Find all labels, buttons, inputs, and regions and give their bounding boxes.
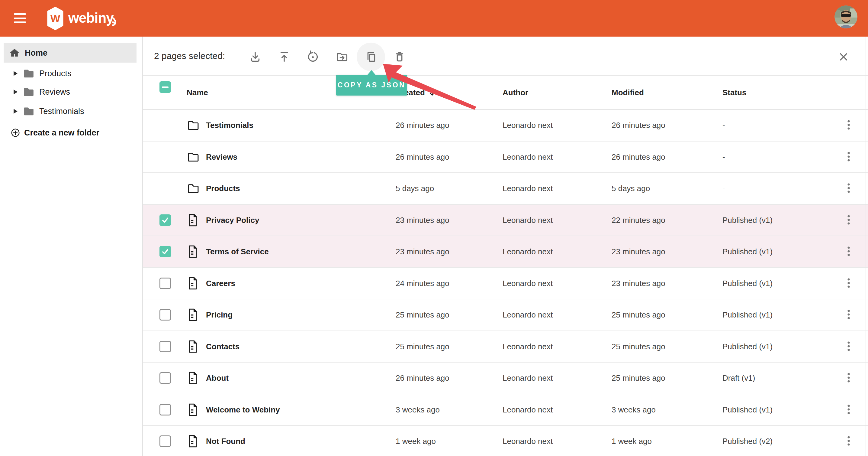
kebab-icon [847,436,850,447]
sidebar-item-home[interactable]: Home [4,43,136,63]
row-menu-button[interactable] [843,118,855,133]
chevron-right-icon[interactable] [13,109,18,114]
row-menu-button[interactable] [843,402,855,417]
home-icon [8,47,21,59]
row-modified: 23 minutes ago [612,247,665,256]
row-menu-button[interactable] [843,434,855,449]
webiny-logo-icon[interactable]: W [46,7,64,31]
row-name[interactable]: Privacy Policy [206,215,259,225]
row-name[interactable]: Terms of Service [206,247,269,256]
column-header-status[interactable]: Status [722,88,746,97]
row-menu-button[interactable] [843,244,855,259]
table-row-products[interactable]: Products 5 days ago Leonardo next 5 days… [143,173,868,205]
table-row-privacy-policy[interactable]: Privacy Policy 23 minutes ago Leonardo n… [143,205,868,236]
sort-desc-icon[interactable] [429,89,436,96]
row-menu-button[interactable] [843,213,855,227]
row-created: 3 weeks ago [396,405,440,414]
table-row-not-found[interactable]: Not Found 1 week ago Leonardo next 1 wee… [143,426,868,456]
select-all-checkbox[interactable] [159,81,171,93]
folder-icon [187,120,199,131]
move-to-folder-icon [335,50,349,64]
table-row-welcome-to-webiny[interactable]: Welcome to Webiny 3 weeks ago Leonardo n… [143,394,868,426]
row-checkbox[interactable] [159,215,171,226]
user-avatar[interactable] [835,5,858,28]
row-menu-button[interactable] [843,308,855,322]
row-created: 5 days ago [396,184,434,193]
row-name[interactable]: Not Found [206,437,245,446]
row-checkbox[interactable] [159,246,171,257]
table-row-pricing[interactable]: Pricing 25 minutes ago Leonardo next 25 … [143,300,868,331]
row-created: 25 minutes ago [396,310,450,320]
row-menu-button[interactable] [843,339,855,354]
row-name[interactable]: Products [206,184,240,193]
row-name[interactable]: Welcome to Webiny [206,405,280,414]
restore-button[interactable] [303,47,322,66]
row-checkbox[interactable] [159,435,171,447]
row-created: 24 minutes ago [396,279,450,288]
row-name[interactable]: Pricing [206,310,232,320]
row-checkbox[interactable] [159,278,171,289]
row-status: Published (v1) [722,247,773,256]
row-name[interactable]: Reviews [206,152,238,162]
row-name[interactable]: Contacts [206,342,240,351]
table-row-terms-of-service[interactable]: Terms of Service 23 minutes ago Leonardo… [143,236,868,268]
sidebar-item-products[interactable]: Products [0,66,139,81]
move-to-folder-button[interactable] [333,47,352,66]
row-modified: 26 minutes ago [612,152,665,162]
sidebar-item-reviews[interactable]: Reviews [0,84,139,100]
row-menu-button[interactable] [843,150,855,164]
row-modified: 22 minutes ago [612,215,665,225]
row-status: - [722,184,725,193]
column-header-author[interactable]: Author [502,88,528,97]
row-menu-button[interactable] [843,181,855,196]
row-checkbox[interactable] [159,404,171,416]
create-folder-label: Create a new folder [24,128,99,138]
chevron-right-icon[interactable] [13,71,18,76]
copy-icon [364,50,378,64]
row-checkbox[interactable] [159,341,171,352]
column-header-name[interactable]: Name [187,88,208,97]
copy-as-json-button[interactable] [361,47,380,66]
close-selection-button[interactable] [834,47,853,66]
row-created: 23 minutes ago [396,215,450,225]
tooltip-label: COPY AS JSON [338,81,406,89]
row-created: 1 week ago [396,437,436,446]
delete-button[interactable] [390,47,409,66]
kebab-icon [847,183,850,194]
table-row-testimonials[interactable]: Testimonials 26 minutes ago Leonardo nex… [143,110,868,142]
row-author: Leonardo next [502,152,553,162]
row-menu-button[interactable] [843,371,855,385]
kebab-icon [847,246,850,257]
row-status: Published (v1) [722,342,773,351]
selection-toolbar: 2 pages selected: [143,36,868,76]
column-header-modified[interactable]: Modified [612,88,644,97]
publish-button[interactable] [275,47,294,66]
table-row-contacts[interactable]: Contacts 25 minutes ago Leonardo next 25… [143,331,868,363]
row-author: Leonardo next [502,184,553,193]
top-bar: W webiny [0,0,868,36]
scroll-edge-divider [866,36,866,456]
row-checkbox[interactable] [159,372,171,384]
chevron-right-icon[interactable] [13,89,18,94]
page-builder-app: W webiny [0,0,868,456]
folder-tree-sidebar: Home Products Reviews Testimonials [0,36,143,456]
row-menu-button[interactable] [843,276,855,291]
row-name[interactable]: Careers [206,279,235,288]
create-new-folder-button[interactable]: Create a new folder [0,125,139,141]
table-row-about[interactable]: About 26 minutes ago Leonardo next 25 mi… [143,363,868,394]
copy-as-json-tooltip: COPY AS JSON [336,75,407,95]
close-icon [838,51,849,63]
row-status: Published (v1) [722,405,773,414]
download-button[interactable] [246,47,265,66]
sidebar-item-testimonials[interactable]: Testimonials [0,104,139,119]
row-name[interactable]: Testimonials [206,121,253,130]
row-checkbox[interactable] [159,309,171,320]
row-name[interactable]: About [206,373,229,383]
publish-icon [277,50,291,64]
kebab-icon [847,151,850,162]
table-row-reviews[interactable]: Reviews 26 minutes ago Leonardo next 26 … [143,142,868,173]
kebab-icon [847,373,850,383]
row-created: 25 minutes ago [396,342,450,351]
hamburger-menu-icon[interactable] [14,13,26,23]
table-row-careers[interactable]: Careers 24 minutes ago Leonardo next 23 … [143,268,868,300]
